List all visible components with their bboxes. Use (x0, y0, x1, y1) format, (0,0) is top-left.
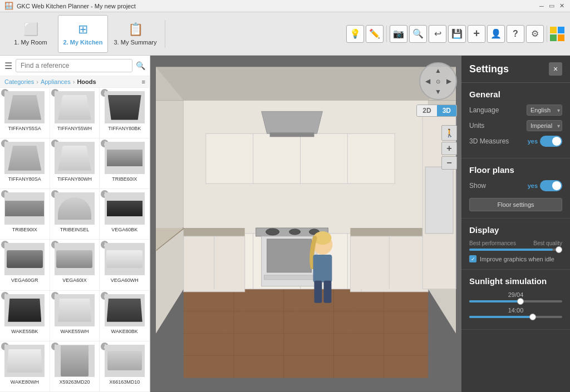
tab-room-label: 1. My Room (14, 39, 47, 46)
view-3d-button[interactable]: 3D (437, 105, 456, 116)
settings-button[interactable]: ⚙ (526, 25, 544, 43)
improve-graphics-checkbox[interactable] (469, 255, 476, 262)
maximize-button[interactable]: ▭ (548, 2, 556, 10)
list-item[interactable]: i X59263MD20 (50, 341, 100, 392)
close-button[interactable]: ✕ (558, 2, 566, 10)
quality-slider-row: Best performances Best quality (469, 240, 562, 251)
floor-settings-button[interactable]: Floor settings (469, 198, 562, 211)
camera-button[interactable]: 📷 (390, 25, 407, 43)
units-select[interactable]: Imperial Metric (527, 120, 562, 131)
breadcrumb-appliances[interactable]: Appliances (41, 78, 71, 85)
svg-marker-14 (156, 67, 456, 101)
minimize-button[interactable]: ─ (538, 2, 546, 10)
list-item[interactable]: i VEGA60IX (50, 240, 100, 290)
panel-toolbar: ☰ 🔍 (0, 56, 150, 76)
breadcrumb-current: Hoods (77, 78, 96, 85)
settings-close-button[interactable]: × (549, 62, 562, 76)
measures-3d-toggle[interactable] (540, 136, 562, 147)
sunlight-title: Sunlight simulation (469, 276, 562, 286)
search-icon[interactable]: 🔍 (136, 61, 145, 70)
title-text: GKC Web Kitchen Planner - My new project (17, 3, 136, 9)
units-row: Units Imperial Metric (469, 120, 562, 131)
search-input[interactable] (16, 59, 132, 72)
svg-point-27 (289, 229, 301, 235)
list-item[interactable]: i TIFFANY55SA (0, 88, 50, 138)
help-button[interactable]: ? (507, 25, 524, 43)
titlebar: 🪟 GKC Web Kitchen Planner - My new proje… (0, 0, 570, 12)
list-view-icon[interactable]: ≡ (142, 78, 145, 85)
list-item[interactable]: i X66163MD10 (100, 341, 150, 392)
list-item[interactable]: i WAKE80WH (0, 341, 50, 392)
compass-left[interactable]: ◀ (422, 76, 433, 86)
room-icon: ⬜ (23, 22, 38, 37)
quality-left-label: Best performances (469, 240, 516, 246)
list-item[interactable]: i WAKE55WH (50, 291, 100, 341)
date-slider-track (469, 300, 562, 302)
list-item[interactable]: i TIFFANY80BK (100, 88, 150, 138)
list-item[interactable]: i VEGA60GR (0, 240, 50, 290)
summary-icon: 📋 (128, 22, 143, 37)
general-section-title: General (469, 90, 562, 99)
list-item[interactable]: i VEGA60WH (100, 240, 150, 290)
list-item[interactable]: i WAKE55BK (0, 291, 50, 341)
list-item[interactable]: i TRIBE60IX (100, 138, 150, 189)
list-item[interactable]: i TIFFANY80WH (50, 138, 100, 189)
zoom-out-button[interactable]: − (441, 156, 457, 170)
svg-rect-35 (350, 228, 428, 236)
quality-slider-thumb[interactable] (556, 246, 562, 253)
tab-kitchen-label: 2. My Kitchen (63, 39, 103, 46)
language-label: Language (469, 106, 499, 114)
kitchen-icon: ⊞ (78, 22, 88, 37)
list-item[interactable]: i TIFFANY80SA (0, 138, 50, 189)
cursor-button[interactable]: ✏️ (366, 25, 384, 43)
list-item[interactable]: i VEGA60BK (100, 189, 150, 240)
zoom-button[interactable]: 🔍 (409, 25, 427, 43)
items-grid: i TIFFANY55SA i TIFFANY55WH i TIFFANY80B… (0, 88, 150, 392)
tab-summary[interactable]: 📋 3. My Summary (110, 15, 160, 53)
list-item[interactable]: i TRIBEINSEL (50, 189, 100, 240)
quality-slider-track (469, 249, 562, 251)
list-item[interactable]: i TIFFANY55WH (50, 88, 100, 138)
zoom-controls: 🚶 + − (441, 125, 457, 170)
compass-right[interactable]: ▶ (444, 76, 454, 86)
settings-panel: Settings × General Language English Fren… (461, 56, 570, 392)
breadcrumb-categories[interactable]: Categories (4, 78, 34, 85)
person-button[interactable]: 👤 (487, 25, 505, 43)
show-toggle-group: yes (528, 180, 562, 191)
zoom-in-button[interactable]: + (441, 142, 457, 155)
language-row: Language English French German Spanish (469, 105, 562, 116)
floor-plans-title: Floor plans (469, 165, 562, 175)
add-button[interactable]: + (468, 25, 485, 43)
sunlight-date: 29/04 (469, 291, 562, 298)
left-panel: ☰ 🔍 Categories › Appliances › Hoods ≡ i … (0, 56, 150, 392)
language-select[interactable]: English French German Spanish (527, 105, 562, 116)
list-item[interactable]: i TRIBE90IX (0, 189, 50, 240)
tab-room[interactable]: ⬜ 1. My Room (6, 15, 56, 53)
list-item[interactable]: i WAKE80BK (100, 291, 150, 341)
breadcrumb: Categories › Appliances › Hoods ≡ (0, 76, 150, 88)
svg-rect-20 (270, 132, 315, 137)
save-button[interactable]: 💾 (448, 25, 466, 43)
svg-rect-39 (425, 167, 453, 234)
show-toggle[interactable] (540, 180, 562, 191)
undo-button[interactable]: ↩ (429, 25, 446, 43)
person-view-button[interactable]: 🚶 (441, 125, 457, 141)
sunlight-section: Sunlight simulation 29/04 14:00 (461, 270, 570, 330)
units-select-wrapper: Imperial Metric (527, 120, 562, 131)
viewport[interactable]: ▲ ◀ ⊙ ▶ ▼ 2D 3D 🚶 + − (150, 56, 461, 392)
quality-right-label: Best quality (533, 240, 562, 246)
svg-rect-42 (313, 255, 332, 282)
menu-button[interactable]: ☰ (4, 61, 12, 71)
compass-down[interactable]: ▼ (433, 87, 443, 97)
show-floor-row: Show yes (469, 180, 562, 191)
show-value: yes (528, 182, 538, 189)
compass-center[interactable]: ⊙ (433, 76, 443, 86)
time-slider-thumb[interactable] (529, 314, 536, 320)
show-label: Show (469, 182, 486, 190)
compass-up[interactable]: ▲ (433, 66, 443, 76)
improve-graphics-label: Improve graphics when idle (480, 256, 554, 262)
bulb-button[interactable]: 💡 (346, 25, 364, 43)
date-slider-thumb[interactable] (517, 298, 524, 305)
tab-kitchen[interactable]: ⊞ 2. My Kitchen (58, 15, 108, 53)
view-2d-button[interactable]: 2D (417, 105, 436, 116)
